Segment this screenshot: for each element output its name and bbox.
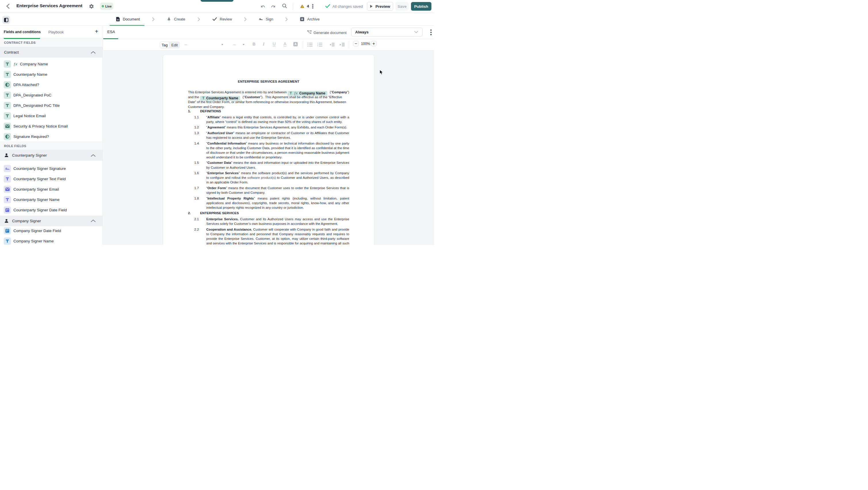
svg-text:3: 3: [317, 46, 318, 47]
svg-text:A: A: [294, 42, 297, 46]
